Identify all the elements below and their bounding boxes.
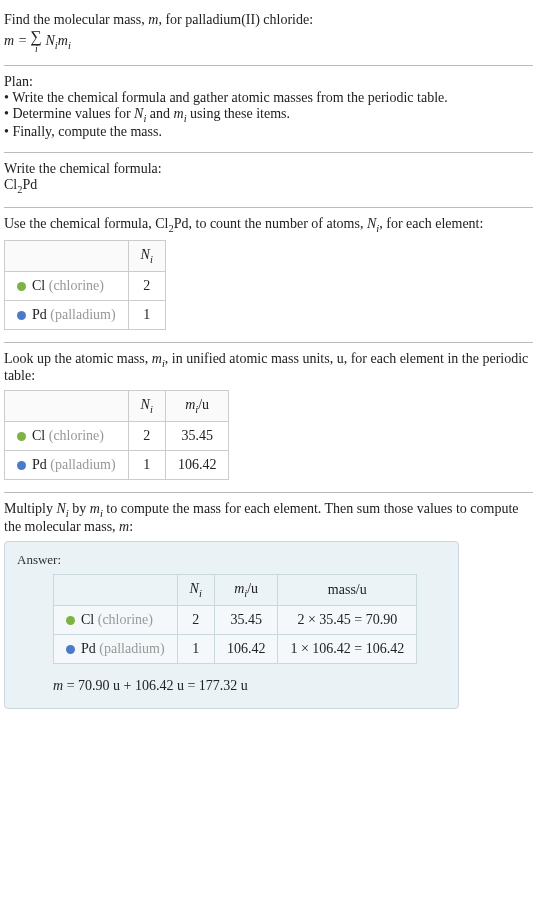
answer-table: Ni mi/u mass/u Cl (chlorine) 2 35.45 2 ×… xyxy=(53,574,417,664)
plan-bullet-2: • Determine values for Ni and mi using t… xyxy=(4,106,533,124)
table-header-empty xyxy=(54,574,178,605)
intro-text-b: , for palladium(II) chloride: xyxy=(158,12,313,27)
compute-text: Multiply Ni by mi to compute the mass fo… xyxy=(4,501,533,535)
element-dot-icon xyxy=(66,645,75,654)
sigma-icon: ∑ xyxy=(31,30,42,44)
table-header-ni: Ni xyxy=(177,574,214,605)
plan-title: Plan: xyxy=(4,74,533,90)
cell-n: 2 xyxy=(128,271,165,300)
cell-m: 106.42 xyxy=(165,451,229,480)
cell-n: 1 xyxy=(177,634,214,663)
table-header-row: Ni xyxy=(5,240,166,271)
atom-count-table: Ni Cl (chlorine) 2 Pd (palladium) 1 xyxy=(4,240,166,330)
var-m: m xyxy=(148,12,158,27)
sum-index: i xyxy=(31,44,42,53)
plan-section: Plan: • Write the chemical formula and g… xyxy=(4,66,533,153)
cell-n: 2 xyxy=(128,422,165,451)
var-Ni-3: Ni xyxy=(57,501,69,516)
formula-m: m xyxy=(4,33,14,48)
table-header-mi: mi/u xyxy=(214,574,278,605)
var-Ni: Ni xyxy=(134,106,146,121)
lookup-text: Look up the atomic mass, mi, in unified … xyxy=(4,351,533,385)
plan-bullet-1: • Write the chemical formula and gather … xyxy=(4,90,533,106)
table-row: Pd (palladium) 1 106.42 xyxy=(5,451,229,480)
var-mi-2: mi xyxy=(152,351,165,366)
var-Ni-2: Ni xyxy=(367,216,379,231)
table-row: Pd (palladium) 1 106.42 1 × 106.42 = 106… xyxy=(54,634,417,663)
table-header-mi: mi/u xyxy=(165,391,229,422)
table-header-ni: Ni xyxy=(128,240,165,271)
cell-m: 35.45 xyxy=(214,605,278,634)
element-dot-icon xyxy=(17,311,26,320)
sum-symbol: ∑ i xyxy=(31,30,42,53)
element-dot-icon xyxy=(17,461,26,470)
mass-formula: m = ∑ i Nimi xyxy=(4,30,533,53)
count-atoms-text: Use the chemical formula, Cl2Pd, to coun… xyxy=(4,216,533,234)
write-formula-title: Write the chemical formula: xyxy=(4,161,533,177)
table-header-empty xyxy=(5,391,129,422)
write-formula-section: Write the chemical formula: Cl2Pd xyxy=(4,153,533,208)
element-cell-pd: Pd (palladium) xyxy=(54,634,178,663)
cell-n: 2 xyxy=(177,605,214,634)
element-cell-cl: Cl (chlorine) xyxy=(54,605,178,634)
cell-mass: 2 × 35.45 = 70.90 xyxy=(278,605,417,634)
var-mi: mi xyxy=(174,106,187,121)
cell-n: 1 xyxy=(128,451,165,480)
answer-box: Answer: Ni mi/u mass/u Cl (chlorine) 2 3… xyxy=(4,541,459,709)
element-cell-cl: Cl (chlorine) xyxy=(5,422,129,451)
intro-section: Find the molecular mass, m, for palladiu… xyxy=(4,4,533,66)
table-header-ni: Ni xyxy=(128,391,165,422)
element-dot-icon xyxy=(66,616,75,625)
cell-m: 35.45 xyxy=(165,422,229,451)
table-header-row: Ni mi/u mass/u xyxy=(54,574,417,605)
table-header-row: Ni mi/u xyxy=(5,391,229,422)
answer-label: Answer: xyxy=(17,552,446,568)
cell-mass: 1 × 106.42 = 106.42 xyxy=(278,634,417,663)
atomic-mass-table: Ni mi/u Cl (chlorine) 2 35.45 Pd (pallad… xyxy=(4,390,229,480)
plan-bullet-3: • Finally, compute the mass. xyxy=(4,124,533,140)
table-row: Cl (chlorine) 2 35.45 2 × 35.45 = 70.90 xyxy=(54,605,417,634)
table-row: Cl (chlorine) 2 35.45 xyxy=(5,422,229,451)
answer-result: m = 70.90 u + 106.42 u = 177.32 u xyxy=(53,678,446,694)
cell-m: 106.42 xyxy=(214,634,278,663)
element-cell-cl: Cl (chlorine) xyxy=(5,271,129,300)
table-header-empty xyxy=(5,240,129,271)
element-cell-pd: Pd (palladium) xyxy=(5,300,129,329)
table-row: Pd (palladium) 1 xyxy=(5,300,166,329)
chemical-formula: Cl2Pd xyxy=(4,177,533,195)
cell-n: 1 xyxy=(128,300,165,329)
element-dot-icon xyxy=(17,432,26,441)
formula-ni: Nimi xyxy=(45,33,70,48)
intro-text: Find the molecular mass, m, for palladiu… xyxy=(4,12,533,28)
var-m-2: m xyxy=(119,519,129,534)
compute-section: Multiply Ni by mi to compute the mass fo… xyxy=(4,493,533,709)
count-atoms-section: Use the chemical formula, Cl2Pd, to coun… xyxy=(4,208,533,343)
table-row: Cl (chlorine) 2 xyxy=(5,271,166,300)
var-mi-3: mi xyxy=(90,501,103,516)
lookup-mass-section: Look up the atomic mass, mi, in unified … xyxy=(4,343,533,494)
intro-text-a: Find the molecular mass, xyxy=(4,12,148,27)
table-header-mass: mass/u xyxy=(278,574,417,605)
element-dot-icon xyxy=(17,282,26,291)
element-cell-pd: Pd (palladium) xyxy=(5,451,129,480)
